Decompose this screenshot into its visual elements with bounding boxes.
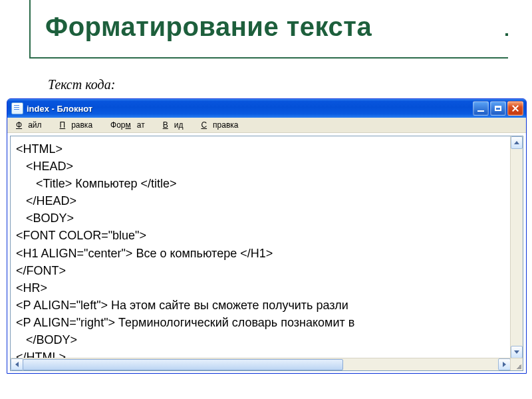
menu-view-rest: ид	[168, 119, 190, 131]
decorative-rule-vertical	[29, 0, 31, 59]
code-label: Текст кода:	[48, 77, 115, 92]
menu-format[interactable]: Формат	[104, 119, 157, 131]
close-button[interactable]	[507, 101, 523, 116]
menu-file-rest: айл	[22, 119, 47, 131]
window-caption: index - Блокнот	[27, 104, 473, 114]
menu-help-rest: правка	[207, 119, 244, 131]
menu-file[interactable]: Файл	[10, 119, 54, 131]
client-area: <HTML> <HEAD> <Title> Компьютер </title>…	[7, 133, 526, 374]
resize-grip-icon[interactable]	[510, 358, 523, 370]
menu-format-rest: ат	[131, 119, 151, 131]
document-icon	[11, 102, 23, 114]
menu-help[interactable]: Справка	[195, 119, 250, 131]
menu-view[interactable]: Вид	[157, 119, 196, 131]
decorative-rule-horizontal	[29, 57, 508, 59]
scroll-up-button[interactable]	[511, 136, 523, 149]
code-content[interactable]: <HTML> <HEAD> <Title> Компьютер </title>…	[11, 136, 511, 358]
maximize-button[interactable]	[490, 101, 506, 116]
minimize-button[interactable]	[473, 101, 489, 116]
page-title: Форматирование текста	[45, 12, 372, 42]
scroll-left-button[interactable]	[11, 358, 23, 370]
horizontal-scrollbar[interactable]	[11, 358, 511, 370]
horizontal-scroll-thumb[interactable]	[23, 359, 343, 370]
scroll-right-button[interactable]	[498, 358, 511, 370]
window-titlebar[interactable]: index - Блокнот	[7, 99, 526, 118]
text-area[interactable]: <HTML> <HEAD> <Title> Компьютер </title>…	[10, 136, 523, 371]
menu-bar: Файл Правка Формат Вид Справка	[7, 118, 526, 133]
title-dot	[505, 33, 508, 36]
scroll-down-button[interactable]	[511, 346, 523, 358]
menu-edit-rest: равка	[65, 119, 98, 131]
menu-edit[interactable]: Правка	[54, 119, 105, 131]
notepad-window: index - Блокнот Файл Правка Формат Вид С…	[7, 98, 527, 374]
vertical-scrollbar[interactable]	[510, 136, 523, 358]
